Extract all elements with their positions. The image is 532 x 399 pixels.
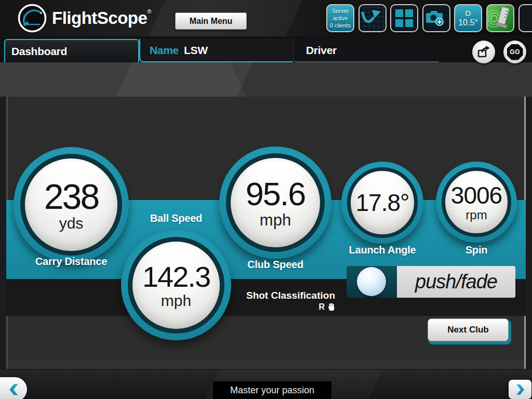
gauge-club-speed: 95.6 mph [219,147,331,259]
gauge-spin: 3006 rpm [436,162,517,243]
registered-mark: ® [147,8,151,15]
server-status-badge[interactable]: Server active 0 clients [326,4,354,32]
club-loft: 10.5° [458,18,478,28]
shot-result-ball-box [347,266,397,298]
gauge-launch-angle: 17.8° [341,162,423,244]
gauge-spin-ball: 3006 rpm [442,167,511,237]
name-label: Name [150,44,179,57]
spin-unit: rpm [466,209,487,221]
label-launch-angle: Launch Angle [330,244,434,256]
server-line2: active [333,15,348,22]
gauge-ball-speed: 142.3 mph [121,230,231,340]
overflow-icon-button[interactable] [518,4,532,32]
label-spin: Spin [424,244,528,256]
gauge-club-speed-ball: 95.6 mph [226,153,325,252]
gauge-carry-ball: 238 yds [20,154,122,256]
brand-wordmark: FlightScope® [52,8,151,28]
main-menu-button[interactable]: Main Menu [175,12,247,30]
gauge-ball-speed-ball: 142.3 mph [128,237,224,334]
club-loft-badge[interactable]: D 10.5° [454,4,482,32]
club-letter: D [466,9,471,18]
previous-page-button[interactable] [0,377,27,399]
golf-ball-icon [357,267,386,296]
label-club-speed: Club Speed [223,259,327,271]
share-icon [476,45,491,59]
handedness-toggle[interactable]: R [190,302,335,312]
server-line3: 0 clients [330,22,351,29]
panel-footer-strip [8,361,524,369]
club-speed-value: 95.6 [246,178,305,210]
gauge-carry-distance: 238 yds [14,147,129,262]
go-label: GO [510,48,520,56]
camera-add-button[interactable] [422,4,450,32]
hand-icon [328,303,335,311]
chevron-left-icon [7,383,21,396]
launch-angle-value: 17.8° [356,191,409,215]
trajectory-icon [360,5,385,31]
ball-speed-value: 142.3 [142,262,210,291]
handedness-value: R [318,302,325,312]
carry-unit: yds [59,216,84,231]
tab-driver-label: Driver [306,44,337,57]
camera-add-icon [423,5,449,31]
tab-dashboard-label: Dashboard [11,45,67,58]
name-value: LSW [184,44,208,57]
tab-club-driver[interactable]: Driver [293,39,439,62]
chevron-right-icon [514,383,526,396]
radar-device-icon [487,5,513,31]
content-backdrop [0,62,532,97]
next-page-button[interactable] [509,380,531,399]
share-button[interactable] [472,41,495,63]
trajectory-view-button[interactable] [358,4,387,32]
ball-speed-unit: mph [161,293,191,309]
radar-device-button[interactable] [486,4,514,32]
label-carry-distance: Carry Distance [19,256,123,268]
shot-classification-label: Shot Classification [190,290,335,301]
carry-value: 238 [44,179,98,214]
next-club-button[interactable]: Next Club [428,318,509,341]
gauge-launch-ball: 17.8° [347,167,418,238]
go-stop-icon: GO [507,44,523,60]
tab-player-name[interactable]: Name LSW [139,39,293,62]
spin-value: 3006 [451,183,502,207]
go-button[interactable]: GO [503,41,526,63]
flightscope-logo-icon [17,3,47,33]
slogan-banner: Master your passion [213,381,331,399]
flightscope-app: FlightScope® Main Menu Server active 0 c… [0,0,532,399]
shot-result-text-box: push/fade [397,266,515,298]
club-speed-unit: mph [260,212,291,228]
server-line1: Server [332,7,349,15]
shot-result-value: push/fade [415,271,497,293]
quad-view-button[interactable] [390,4,418,32]
tab-dashboard[interactable]: Dashboard [4,39,139,62]
label-ball-speed: Ball Speed [124,212,228,224]
quad-view-icon [391,5,417,31]
